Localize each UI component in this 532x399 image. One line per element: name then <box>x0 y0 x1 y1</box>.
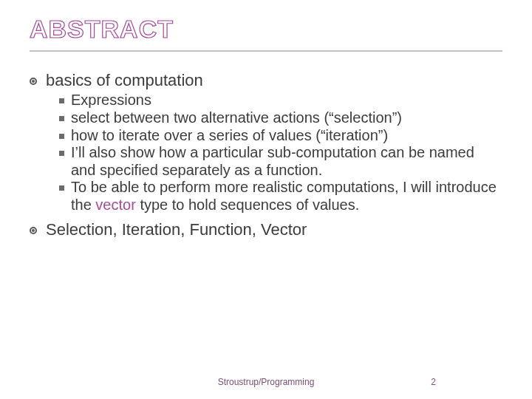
keyword-vector: vector <box>95 197 135 213</box>
sub-bullet-iteration: how to iterate over a series of values (… <box>59 127 502 145</box>
slide: ABSTRACT basics of computation Expressio… <box>0 0 532 399</box>
bullet-summary: Selection, Iteration, Function, Vector <box>30 220 502 239</box>
sub-bullet-vector-text-b: type to hold sequences of values. <box>136 197 359 213</box>
sub-bullet-vector: To be able to perform more realistic com… <box>59 179 502 214</box>
slide-body: basics of computation Expressions select… <box>30 66 502 241</box>
slide-title: ABSTRACT <box>30 15 174 44</box>
title-underline <box>30 50 502 52</box>
sub-bullet-list: Expressions select between two alternati… <box>30 92 502 214</box>
footer-credit: Stroustrup/Programming <box>0 377 532 387</box>
footer-page-number: 2 <box>431 377 436 387</box>
sub-bullet-expressions: Expressions <box>59 92 502 109</box>
bullet-basics: basics of computation <box>30 71 502 90</box>
sub-bullet-selection: select between two alternative actions (… <box>59 109 502 127</box>
sub-bullet-function: I’ll also show how a particular sub-comp… <box>59 144 502 179</box>
